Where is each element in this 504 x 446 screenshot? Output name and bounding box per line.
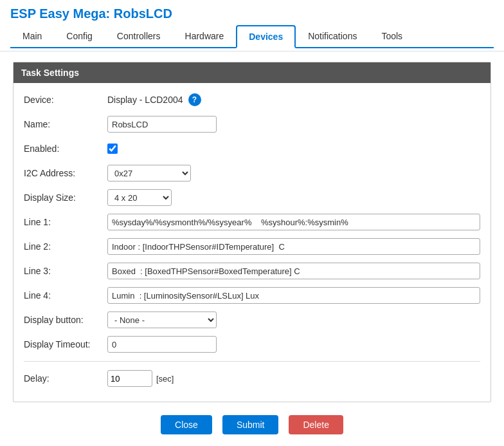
line1-input[interactable]	[107, 214, 480, 230]
tab-config[interactable]: Config	[54, 25, 104, 48]
display-button-row: Display button: - None -	[24, 311, 480, 329]
line2-label: Line 2:	[24, 241, 107, 252]
tab-tools[interactable]: Tools	[369, 25, 415, 48]
display-timeout-input[interactable]	[107, 336, 217, 353]
device-value: Display - LCD2004	[107, 95, 183, 105]
delay-row: Delay: [sec]	[24, 369, 480, 387]
line2-row: Line 2:	[24, 237, 480, 256]
delay-input[interactable]	[107, 370, 152, 387]
i2c-row: I2C Address: 0x27 0x3F	[24, 164, 480, 182]
main-content: Task Settings Device: Display - LCD2004 …	[0, 51, 504, 446]
nav-tabs: Main Config Controllers Hardware Devices…	[10, 25, 494, 48]
enabled-row: Enabled:	[24, 140, 480, 158]
enabled-checkbox[interactable]	[107, 144, 118, 154]
line3-row: Line 3:	[24, 262, 480, 280]
tab-hardware[interactable]: Hardware	[173, 25, 237, 48]
line4-row: Line 4:	[24, 286, 480, 304]
display-button-label: Display button:	[24, 315, 107, 325]
line4-input[interactable]	[107, 287, 480, 304]
task-settings-body: Device: Display - LCD2004 ? Name: Enable…	[14, 83, 491, 402]
divider	[24, 361, 480, 362]
name-row: Name:	[24, 115, 480, 133]
display-button-select[interactable]: - None -	[107, 311, 217, 328]
i2c-label: I2C Address:	[24, 168, 107, 178]
delay-label: Delay:	[24, 373, 107, 384]
name-input[interactable]	[107, 116, 217, 133]
task-settings-header: Task Settings	[14, 62, 491, 83]
line2-input[interactable]	[107, 238, 480, 255]
enabled-label: Enabled:	[24, 144, 107, 154]
delay-group: [sec]	[107, 370, 174, 387]
device-row: Device: Display - LCD2004 ?	[24, 91, 480, 109]
header: ESP Easy Mega: RobsLCD Main Config Contr…	[0, 0, 504, 51]
tab-notifications[interactable]: Notifications	[296, 25, 369, 48]
delay-unit: [sec]	[156, 374, 174, 384]
name-label: Name:	[24, 119, 107, 129]
display-size-select[interactable]: 4 x 20 2 x 16 4 x 16	[107, 189, 172, 206]
delete-button[interactable]: Delete	[289, 415, 343, 434]
submit-button[interactable]: Submit	[222, 415, 279, 434]
tab-controllers[interactable]: Controllers	[105, 25, 173, 48]
help-icon[interactable]: ?	[188, 93, 201, 106]
display-size-row: Display Size: 4 x 20 2 x 16 4 x 16	[24, 189, 480, 207]
line1-row: Line 1:	[24, 213, 480, 231]
tab-devices[interactable]: Devices	[236, 25, 296, 48]
tab-main[interactable]: Main	[10, 25, 54, 48]
device-name-group: Display - LCD2004 ?	[107, 93, 201, 106]
line3-input[interactable]	[107, 263, 480, 279]
task-settings-box: Task Settings Device: Display - LCD2004 …	[13, 62, 491, 402]
line3-label: Line 3:	[24, 266, 107, 276]
line4-label: Line 4:	[24, 290, 107, 301]
line1-label: Line 1:	[24, 217, 107, 227]
display-timeout-label: Display Timeout:	[24, 339, 107, 349]
button-row: Close Submit Delete	[13, 415, 491, 446]
display-timeout-row: Display Timeout:	[24, 335, 480, 353]
device-label: Device:	[24, 95, 107, 105]
close-button[interactable]: Close	[161, 415, 212, 434]
display-size-label: Display Size:	[24, 192, 107, 203]
page-title: ESP Easy Mega: RobsLCD	[10, 6, 494, 21]
i2c-select[interactable]: 0x27 0x3F	[107, 165, 191, 181]
